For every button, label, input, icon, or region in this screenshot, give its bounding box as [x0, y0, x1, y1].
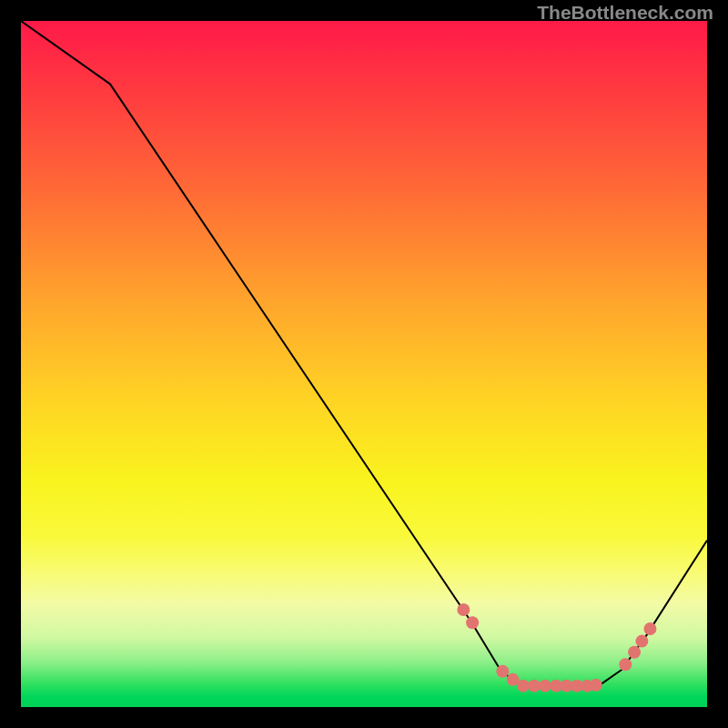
highlighted-point [635, 635, 648, 648]
highlighted-point [496, 665, 509, 678]
highlighted-point [539, 680, 551, 693]
highlighted-point [619, 658, 632, 671]
chart-plot-area [21, 21, 707, 707]
highlighted-point [466, 616, 479, 629]
highlighted-point [517, 680, 530, 693]
chart-svg [21, 21, 707, 707]
highlighted-point [528, 680, 541, 693]
highlighted-point [643, 622, 656, 635]
highlighted-point [457, 603, 470, 616]
highlighted-point [590, 679, 602, 692]
chart-background [21, 21, 707, 707]
chart-stage: TheBottleneck.com [0, 0, 728, 728]
highlighted-point [628, 646, 641, 659]
